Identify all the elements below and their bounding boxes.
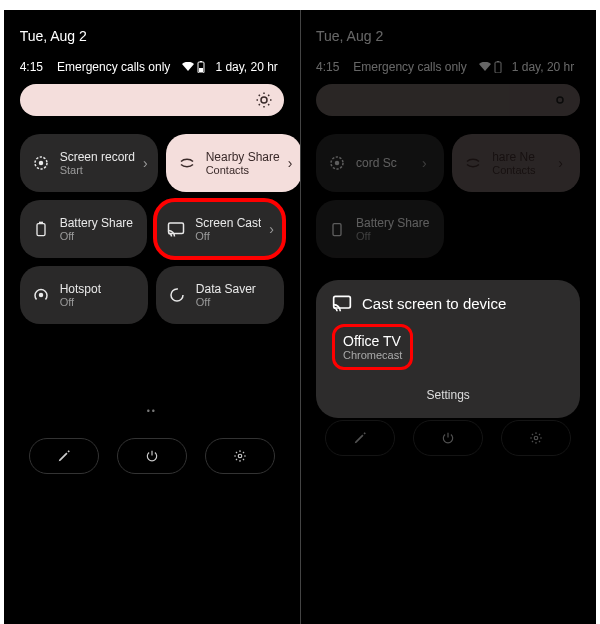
tile-nearby-share[interactable]: Nearby ShareContacts › xyxy=(166,134,300,192)
nearby-share-icon xyxy=(462,154,484,172)
svg-line-8 xyxy=(259,95,260,96)
date-label: Tue, Aug 2 xyxy=(316,28,580,44)
status-battery-text: 1 day, 20 hr xyxy=(215,60,277,74)
page-indicator: •• xyxy=(20,406,284,416)
battery-share-icon xyxy=(326,221,348,237)
tile-screen-cast[interactable]: Screen CastOff › xyxy=(155,200,284,258)
hotspot-icon xyxy=(30,286,52,304)
chevron-right-icon: › xyxy=(269,221,274,237)
chevron-right-icon: › xyxy=(288,155,293,171)
svg-rect-24 xyxy=(333,224,341,236)
settings-button[interactable] xyxy=(501,420,571,456)
right-pane: Tue, Aug 2 4:15 Emergency calls only 1 d… xyxy=(300,10,596,624)
tile-sub: Start xyxy=(60,164,135,176)
battery-share-icon xyxy=(30,221,52,237)
cast-panel: Cast screen to device Office TV Chromeca… xyxy=(316,280,580,418)
footer-buttons xyxy=(20,438,284,474)
tile-nearby-share[interactable]: hare NeContacts › xyxy=(452,134,580,192)
left-pane: Tue, Aug 2 4:15 Emergency calls only 1 d… xyxy=(4,10,300,624)
tile-battery-share[interactable]: Battery ShareOff xyxy=(316,200,444,258)
svg-rect-2 xyxy=(199,68,203,72)
brightness-icon xyxy=(254,90,274,110)
power-icon xyxy=(145,449,159,463)
battery-icon xyxy=(494,61,502,73)
power-button[interactable] xyxy=(413,420,483,456)
tile-label: Screen record xyxy=(60,150,135,164)
power-button[interactable] xyxy=(117,438,187,474)
svg-point-3 xyxy=(261,97,267,103)
svg-point-16 xyxy=(38,293,43,298)
quick-tiles-row1: cord Sc › hare NeContacts › xyxy=(316,134,580,192)
gear-icon xyxy=(233,449,247,463)
cast-settings-link[interactable]: Settings xyxy=(332,384,564,406)
wifi-icon xyxy=(182,62,194,72)
brightness-slider[interactable] xyxy=(316,84,580,116)
settings-button[interactable] xyxy=(205,438,275,474)
tile-label: Hotspot xyxy=(60,282,138,296)
cast-icon xyxy=(332,294,352,312)
power-icon xyxy=(441,431,455,445)
tile-sub: Off xyxy=(60,230,138,242)
status-icons xyxy=(182,61,205,73)
svg-rect-19 xyxy=(495,62,501,73)
brightness-icon xyxy=(550,90,570,110)
svg-rect-20 xyxy=(497,61,499,62)
quick-tiles-row3: HotspotOff Data SaverOff xyxy=(20,266,284,324)
status-icons xyxy=(479,61,502,73)
tile-battery-share[interactable]: Battery ShareOff xyxy=(20,200,148,258)
quick-tiles-row1: Screen recordStart › Nearby ShareContact… xyxy=(20,134,284,192)
status-network: Emergency calls only xyxy=(353,60,466,74)
pencil-icon xyxy=(353,431,367,445)
status-bar: 4:15 Emergency calls only 1 day, 20 hr xyxy=(316,60,580,74)
tile-screen-record[interactable]: Screen recordStart › xyxy=(20,134,158,192)
record-icon xyxy=(30,154,52,172)
svg-point-26 xyxy=(534,436,538,440)
svg-point-21 xyxy=(557,97,563,103)
status-time: 4:15 xyxy=(316,60,339,74)
status-battery-text: 1 day, 20 hr xyxy=(512,60,574,74)
chevron-right-icon: › xyxy=(422,155,427,171)
cast-device-name: Office TV xyxy=(343,333,402,349)
tile-label: Data Saver xyxy=(196,282,274,296)
cast-device-type: Chromecast xyxy=(343,349,402,361)
tile-label: hare Ne xyxy=(492,150,550,164)
record-icon xyxy=(326,154,348,172)
tile-sub: Off xyxy=(196,296,274,308)
svg-line-9 xyxy=(268,104,269,105)
gear-icon xyxy=(529,431,543,445)
svg-line-10 xyxy=(259,104,260,105)
brightness-slider[interactable] xyxy=(20,84,284,116)
cast-icon xyxy=(165,221,187,237)
wifi-icon xyxy=(479,62,491,72)
tile-data-saver[interactable]: Data SaverOff xyxy=(156,266,284,324)
svg-line-11 xyxy=(268,95,269,96)
edit-button[interactable] xyxy=(29,438,99,474)
edit-button[interactable] xyxy=(325,420,395,456)
tile-label: Battery Share xyxy=(356,216,434,230)
tile-label: cord Sc xyxy=(356,156,414,170)
tile-sub: Off xyxy=(356,230,434,242)
tile-sub: Contacts xyxy=(492,164,550,176)
tile-sub: Off xyxy=(195,230,261,242)
footer-buttons xyxy=(316,420,580,456)
quick-tiles-row2: Battery ShareOff Screen CastOff › xyxy=(20,200,284,258)
svg-point-13 xyxy=(38,161,43,166)
chevron-right-icon: › xyxy=(558,155,563,171)
cast-panel-title: Cast screen to device xyxy=(362,295,506,312)
tile-sub: Contacts xyxy=(206,164,280,176)
tile-label: Battery Share xyxy=(60,216,138,230)
date-label: Tue, Aug 2 xyxy=(20,28,284,44)
battery-icon xyxy=(197,61,205,73)
status-time: 4:15 xyxy=(20,60,43,74)
tile-label: Nearby Share xyxy=(206,150,280,164)
tile-hotspot[interactable]: HotspotOff xyxy=(20,266,148,324)
svg-rect-14 xyxy=(37,224,45,236)
data-saver-icon xyxy=(166,286,188,304)
svg-rect-15 xyxy=(169,223,184,234)
svg-point-17 xyxy=(171,289,183,301)
svg-rect-1 xyxy=(200,61,202,62)
status-bar: 4:15 Emergency calls only 1 day, 20 hr xyxy=(20,60,284,74)
cast-device[interactable]: Office TV Chromecast xyxy=(332,324,413,370)
tile-screen-record[interactable]: cord Sc › xyxy=(316,134,444,192)
screenshot-comparison: Tue, Aug 2 4:15 Emergency calls only 1 d… xyxy=(4,10,597,624)
